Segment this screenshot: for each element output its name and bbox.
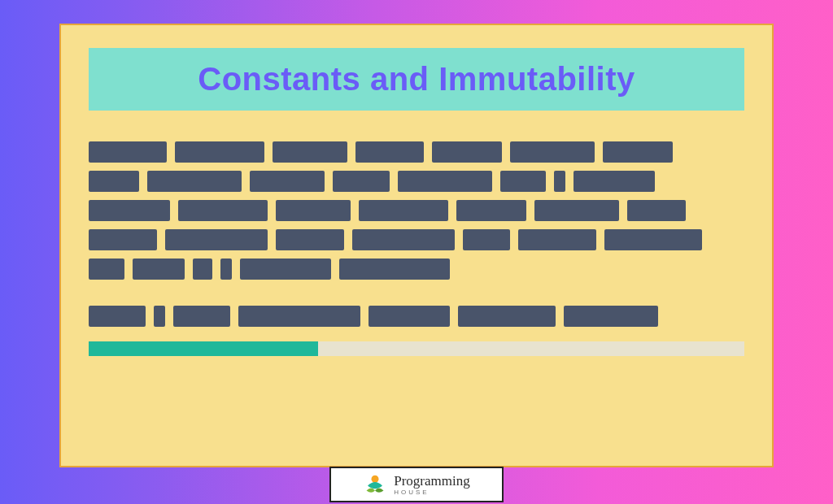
placeholder-word	[369, 306, 450, 327]
placeholder-word	[500, 171, 546, 192]
content-card: Constants and Immutability	[59, 24, 774, 467]
placeholder-word	[89, 306, 146, 327]
body-placeholder-paragraph-1	[89, 141, 744, 280]
body-placeholder-paragraph-2	[89, 306, 744, 327]
placeholder-word	[564, 306, 658, 327]
placeholder-word	[534, 200, 619, 221]
brand-name: Programming	[394, 474, 470, 488]
paragraph-gap	[89, 288, 744, 306]
placeholder-word	[238, 306, 360, 327]
placeholder-word	[359, 200, 448, 221]
placeholder-word	[574, 171, 655, 192]
placeholder-word	[276, 229, 344, 250]
placeholder-word	[173, 306, 230, 327]
placeholder-word	[355, 141, 424, 163]
brand-sub: HOUSE	[394, 489, 470, 496]
progress-fill	[89, 341, 318, 356]
brand-logo-icon	[363, 472, 387, 497]
placeholder-word	[554, 171, 565, 192]
placeholder-line	[89, 141, 744, 163]
placeholder-word	[333, 171, 390, 192]
placeholder-word	[178, 200, 268, 221]
placeholder-word	[352, 229, 455, 250]
placeholder-word	[165, 229, 268, 250]
placeholder-word	[627, 200, 686, 221]
placeholder-word	[276, 200, 351, 221]
placeholder-line	[89, 259, 744, 280]
placeholder-word	[133, 259, 185, 280]
placeholder-word	[89, 259, 124, 280]
placeholder-word	[398, 171, 492, 192]
placeholder-word	[220, 259, 232, 280]
placeholder-word	[147, 171, 242, 192]
placeholder-word	[240, 259, 331, 280]
placeholder-line	[89, 171, 744, 192]
page-title: Constants and Immutability	[97, 61, 736, 98]
placeholder-word	[458, 306, 556, 327]
placeholder-word	[250, 171, 325, 192]
placeholder-word	[89, 229, 157, 250]
placeholder-word	[89, 141, 167, 163]
placeholder-word	[604, 229, 702, 250]
placeholder-word	[89, 200, 170, 221]
placeholder-line	[89, 200, 744, 221]
placeholder-word	[175, 141, 264, 163]
placeholder-word	[510, 141, 595, 163]
placeholder-word	[432, 141, 502, 163]
placeholder-word	[273, 141, 347, 163]
svg-point-0	[372, 476, 379, 483]
placeholder-word	[193, 259, 212, 280]
placeholder-word	[456, 200, 526, 221]
gradient-background: Constants and Immutability Programming H…	[0, 0, 833, 504]
placeholder-word	[518, 229, 596, 250]
title-banner: Constants and Immutability	[89, 48, 744, 111]
placeholder-word	[89, 171, 139, 192]
brand-text: Programming HOUSE	[394, 474, 470, 496]
progress-bar[interactable]	[89, 341, 744, 356]
placeholder-word	[463, 229, 510, 250]
brand-badge: Programming HOUSE	[329, 467, 504, 502]
placeholder-word	[603, 141, 673, 163]
placeholder-word	[339, 259, 450, 280]
placeholder-line	[89, 229, 744, 250]
placeholder-word	[154, 306, 165, 327]
placeholder-line	[89, 306, 744, 327]
